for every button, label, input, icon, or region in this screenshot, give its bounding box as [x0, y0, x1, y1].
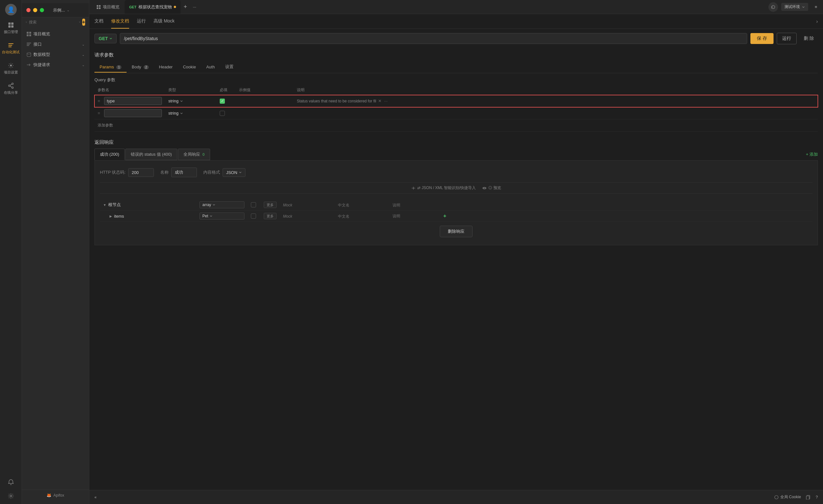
items-required-checkbox[interactable]: [251, 214, 256, 219]
root-required-checkbox[interactable]: [251, 202, 256, 207]
right-arrow-icon[interactable]: ›: [816, 19, 818, 24]
add-param-row: 添加参数: [95, 119, 818, 132]
items-desc-input[interactable]: [392, 214, 441, 218]
menu-icon: ≡: [815, 4, 817, 9]
response-tab-success[interactable]: 成功 (200): [95, 149, 125, 160]
save-button[interactable]: 保 存: [751, 33, 774, 44]
params-tab-header[interactable]: Header: [154, 62, 178, 72]
drag-handle-icon[interactable]: ≡: [98, 98, 100, 103]
params-tab-params[interactable]: Params 1: [95, 62, 127, 72]
root-expand-button[interactable]: ▼: [103, 203, 106, 207]
row-actions: ✕ ···: [378, 98, 388, 103]
delete-button[interactable]: 删 除: [800, 33, 818, 44]
param-name-input2[interactable]: [104, 109, 162, 117]
tab-more-button[interactable]: ···: [190, 3, 199, 11]
api-icon: [26, 42, 31, 47]
search-input[interactable]: [29, 20, 77, 24]
root-type-selector[interactable]: array: [199, 201, 244, 208]
params-tab-settings[interactable]: 设置: [220, 61, 239, 73]
row-more-icon[interactable]: ···: [384, 98, 388, 103]
method-selector[interactable]: GET: [95, 34, 117, 43]
minimize-window-button[interactable]: [33, 8, 37, 12]
quick-request-icon: [26, 62, 31, 67]
svg-point-25: [484, 187, 485, 189]
root-more-button[interactable]: 更多: [264, 202, 277, 208]
param-description: Status values that need to be considered…: [297, 99, 376, 103]
nav-item-quick-request-label: 快捷请求: [33, 62, 50, 68]
refresh-button[interactable]: [769, 2, 778, 12]
close-window-button[interactable]: [26, 8, 30, 12]
delete-response-button[interactable]: 删除响应: [440, 226, 473, 237]
param-name-input[interactable]: [104, 97, 162, 105]
page-tab-edit[interactable]: 修改文档: [111, 14, 129, 29]
environment-selector[interactable]: 测试环境: [781, 3, 808, 11]
items-type-selector[interactable]: Pet: [199, 213, 244, 220]
params-tab-cookie[interactable]: Cookie: [178, 62, 201, 72]
params-tab-auth[interactable]: Auth: [201, 62, 220, 72]
items-mock-input[interactable]: [283, 214, 332, 219]
svg-point-20: [27, 53, 31, 54]
root-mock-input[interactable]: [283, 203, 332, 207]
http-status-input[interactable]: [128, 168, 154, 177]
root-cnname-input[interactable]: [338, 203, 386, 207]
response-tab-error[interactable]: 错误的 status 值 (400): [125, 149, 177, 160]
main-menu-button[interactable]: ≡: [811, 3, 820, 12]
url-input[interactable]: [120, 33, 747, 44]
copy-button[interactable]: [806, 495, 810, 500]
params-tab-body[interactable]: Body 2: [127, 62, 154, 72]
left-nav-search-bar: +: [22, 17, 89, 27]
page-tab-mock[interactable]: 高级 Mock: [154, 14, 174, 29]
page-tab-run[interactable]: 运行: [137, 14, 146, 29]
copy-icon: [806, 495, 810, 500]
query-params-title: Query 参数: [95, 77, 818, 83]
nav-item-api-management[interactable]: 接口 ⌄: [22, 39, 89, 49]
add-response-button[interactable]: + 添加: [806, 152, 818, 157]
nav-item-quick-request[interactable]: 快捷请求 ⌄: [22, 60, 89, 70]
required-checkbox[interactable]: ✓: [220, 98, 225, 104]
gear-icon-btn[interactable]: [8, 493, 14, 500]
add-field-button[interactable]: +: [443, 213, 446, 219]
root-desc-input[interactable]: [392, 203, 441, 207]
sidebar-item-online-share[interactable]: 在线分享: [4, 82, 18, 95]
page-tab-docs[interactable]: 文档: [95, 14, 104, 29]
left-nav-bottom: 🦊 Apifox: [22, 490, 89, 501]
add-item-button[interactable]: +: [82, 19, 85, 26]
run-button[interactable]: 运行: [777, 33, 797, 44]
required-checkbox2[interactable]: [220, 111, 225, 116]
maximize-window-button[interactable]: [40, 8, 44, 12]
notification-icon-btn[interactable]: [8, 479, 14, 486]
root-type-chevron-icon: [212, 203, 215, 206]
response-tab-global[interactable]: 全局响应 0: [178, 149, 210, 160]
items-type-chevron-icon: [209, 214, 213, 218]
global-cookie-button[interactable]: 全局 Cookie: [774, 494, 801, 500]
example-input[interactable]: [239, 98, 290, 103]
drag-handle-icon2[interactable]: ≡: [98, 111, 100, 115]
sidebar-item-interface[interactable]: 接口管理: [4, 22, 18, 34]
app-title-button[interactable]: 示例... ⌄: [48, 7, 74, 13]
tab-project-overview[interactable]: 项目概览: [92, 0, 124, 14]
sidebar-item-project-settings[interactable]: 项目设置: [4, 62, 18, 75]
schema-col-name: [100, 196, 196, 199]
sidebar-item-automation[interactable]: 自动化测试: [2, 42, 20, 55]
help-button[interactable]: ?: [816, 495, 818, 500]
nav-item-project-overview[interactable]: 项目概览: [22, 29, 89, 39]
response-body: HTTP 状态码: 名称 成功 内容格式 JSON: [95, 161, 818, 245]
filter-icon[interactable]: [79, 20, 80, 24]
share-icon: [8, 82, 14, 89]
avatar[interactable]: 👤: [5, 4, 17, 15]
items-expand-button[interactable]: ▶: [110, 214, 112, 218]
tab-api-detail[interactable]: GET 根据状态查找宠物: [125, 0, 181, 14]
tab-project-overview-label: 项目概览: [103, 4, 120, 10]
row-close-icon[interactable]: ✕: [378, 98, 382, 103]
type-selector2[interactable]: string: [168, 111, 213, 115]
content-type-selector[interactable]: JSON: [222, 168, 245, 177]
nav-item-data-model[interactable]: 数据模型 ⌄: [22, 49, 89, 60]
add-param-button[interactable]: 添加参数: [98, 121, 815, 130]
json-xml-import-button[interactable]: ⇄ JSON / XML 智能识别/快捷导入: [411, 185, 476, 191]
items-more-button[interactable]: 更多: [264, 213, 277, 219]
type-selector[interactable]: string: [168, 98, 213, 103]
preview-button[interactable]: ◎ 预览: [482, 185, 501, 191]
add-tab-button[interactable]: +: [181, 2, 190, 12]
items-cnname-input[interactable]: [338, 214, 386, 219]
collapse-sidebar-button[interactable]: «: [95, 495, 97, 500]
